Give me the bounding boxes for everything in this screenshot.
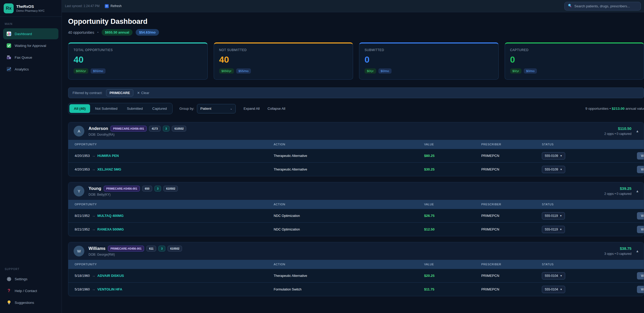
sidebar-item-suggestions[interactable]: Suggestions: [3, 297, 58, 308]
drug-link[interactable]: HUMIRA PEN: [97, 154, 119, 158]
avatar: A: [74, 126, 84, 136]
tab-submitted[interactable]: Submitted: [123, 104, 147, 113]
opportunity-action: Therapeutic Alternative: [274, 168, 424, 171]
patient-group-header: Y Young PRIMECARE-H3456-001 650 3 610502…: [68, 182, 644, 200]
patient-badge: 4173: [149, 126, 160, 131]
drug-link[interactable]: XELJANZ 5MG: [97, 167, 121, 171]
patient-group: A Anderson PRIMECARE-H3456-001 4173 3 61…: [68, 122, 644, 176]
topbar: Last synced: 1:24:47 PM ⟳ Refresh: [62, 0, 644, 12]
sidebar-item-analytics[interactable]: Analytics: [3, 64, 58, 75]
bar-chart-icon: [6, 31, 12, 36]
clear-filter-label: Clear: [141, 91, 149, 95]
patient-name: Young: [89, 186, 101, 191]
search-input[interactable]: [574, 4, 637, 8]
opportunity-row: 4/20/1953→XELJANZ 5MG Therapeutic Altern…: [68, 162, 644, 176]
view-button[interactable]: View: [637, 226, 644, 233]
opportunity-value: $12.50: [424, 227, 481, 231]
filtered-suffix: annual value: [625, 107, 644, 111]
close-icon: ✕: [137, 91, 140, 95]
patient-dob: DOB: Dorothy(RA): [89, 133, 186, 136]
drug-link[interactable]: ADVAIR DISKUS: [97, 274, 124, 278]
collapse-all-button[interactable]: Collapse All: [267, 107, 285, 111]
check-square-icon: [6, 43, 12, 48]
column-action: ACTION: [274, 143, 424, 146]
opportunity-value: $80.25: [424, 154, 481, 158]
stat-monthly-pill: $0/mo: [378, 68, 392, 74]
collapse-group-icon[interactable]: ▲: [636, 129, 639, 133]
stat-value: 0: [365, 54, 493, 65]
patient-group: Y Young PRIMECARE-H3456-001 650 3 610502…: [68, 182, 644, 236]
prescriber: PRIMEPCN: [481, 274, 542, 278]
tab-not-submitted[interactable]: Not Submitted: [91, 104, 122, 113]
opportunity-value: $26.75: [424, 214, 481, 218]
opportunity-count: 40 opportunities: [68, 30, 94, 35]
global-search[interactable]: [564, 2, 641, 10]
group-by-select[interactable]: Patient ⌄: [197, 104, 236, 113]
prescriber: PRIMEPCN: [481, 214, 542, 218]
column-prescriber: PRESCRIBER: [481, 143, 542, 146]
view-button[interactable]: View: [637, 152, 644, 160]
stat-value: 40: [74, 54, 202, 65]
tab-all[interactable]: All (40): [69, 104, 90, 113]
opportunity-value: $20.25: [424, 274, 481, 278]
stat-label: TOTAL OPPORTUNITIES: [74, 48, 202, 52]
stat-value: 40: [219, 54, 348, 65]
column-value: VALUE: [424, 263, 481, 266]
stat-monthly-pill: $55/mo: [91, 68, 105, 74]
filtered-summary: 9 opportunities • $213.00 annual value: [585, 107, 644, 111]
status-dropdown[interactable]: 555-0104▼: [542, 286, 565, 293]
status-dropdown[interactable]: 555-0109▼: [542, 152, 565, 160]
sidebar-item-help-contact[interactable]: ? Help / Contact: [3, 285, 58, 296]
contract-badge: PRIMECARE-H3456-001: [108, 246, 144, 251]
stat-card-captured: CAPTURED 0 $0/yr $0/mo: [505, 42, 644, 80]
clear-filter-button[interactable]: ✕ Clear: [137, 91, 149, 95]
avatar: W: [74, 246, 84, 256]
patient-group-header: W Williams PRIMECARE-H3456-001 611 3 610…: [68, 242, 644, 260]
count-badge: 3: [163, 126, 170, 131]
opportunity-date: 4/20/1953: [75, 167, 90, 171]
dot-separator: •: [97, 31, 98, 34]
status-dropdown[interactable]: 555-0119▼: [542, 226, 565, 233]
stat-label: NOT SUBMITTED: [219, 48, 348, 52]
chevron-down-icon: ⌄: [230, 107, 232, 110]
sidebar-item-waiting-for-approval[interactable]: Waiting for Approval: [3, 40, 58, 51]
tab-captured[interactable]: Captured: [148, 104, 171, 113]
expand-all-button[interactable]: Expand All: [244, 107, 260, 111]
sidebar-item-label: Settings: [15, 277, 27, 281]
opportunity-row: 5/18/1960→ADVAIR DISKUS Therapeutic Alte…: [68, 269, 644, 282]
collapse-group-icon[interactable]: ▲: [636, 249, 639, 253]
view-button[interactable]: View: [637, 212, 644, 219]
patient-badge: 611: [146, 246, 156, 251]
line-chart-icon: [6, 67, 12, 72]
status-dropdown[interactable]: 555-0104▼: [542, 272, 565, 279]
arrow-right-icon: →: [92, 287, 95, 291]
status-dropdown[interactable]: 555-0109▼: [542, 166, 565, 173]
fax-icon: [6, 55, 12, 60]
drug-link[interactable]: VENTOLIN HFA: [97, 287, 122, 291]
patient-group: W Williams PRIMECARE-H3456-001 611 3 610…: [68, 242, 644, 296]
column-opportunity: OPPORTUNITY: [68, 203, 274, 206]
stat-monthly-pill: $55/mo: [236, 68, 251, 74]
status-dropdown[interactable]: 555-0119▼: [542, 212, 565, 219]
column-prescriber: PRESCRIBER: [481, 263, 542, 266]
sidebar-item-dashboard[interactable]: Dashboard: [3, 28, 58, 39]
sidebar-item-fax-queue[interactable]: Fax Queue: [3, 52, 58, 63]
brand: Rx TheRxOS Demo Pharmacy NYC: [0, 0, 62, 17]
group-opps-summary: 3 opps • 0 captured: [604, 252, 632, 256]
drug-link[interactable]: MULTAQ 400MG: [97, 214, 124, 218]
sidebar-section-support: SUPPORT: [3, 266, 59, 273]
stat-label: SUBMITTED: [365, 48, 493, 52]
drug-link[interactable]: RANEXA 500MG: [97, 227, 124, 231]
view-button[interactable]: View: [637, 272, 644, 279]
filter-label: Filtered by contract:: [73, 91, 102, 95]
collapse-group-icon[interactable]: ▲: [636, 189, 639, 193]
last-synced-text: Last synced: 1:24:47 PM: [65, 4, 100, 8]
sidebar: Rx TheRxOS Demo Pharmacy NYC MAIN Dashbo…: [0, 0, 62, 313]
column-value: VALUE: [424, 203, 481, 206]
refresh-button[interactable]: ⟳ Refresh: [105, 4, 122, 8]
opportunity-row: 5/18/1960→VENTOLIN HFA Formulation Switc…: [68, 282, 644, 296]
sidebar-item-settings[interactable]: Settings: [3, 273, 58, 284]
view-button[interactable]: View: [637, 166, 644, 173]
view-button[interactable]: View: [637, 286, 644, 293]
patient-name: Anderson: [89, 126, 108, 131]
